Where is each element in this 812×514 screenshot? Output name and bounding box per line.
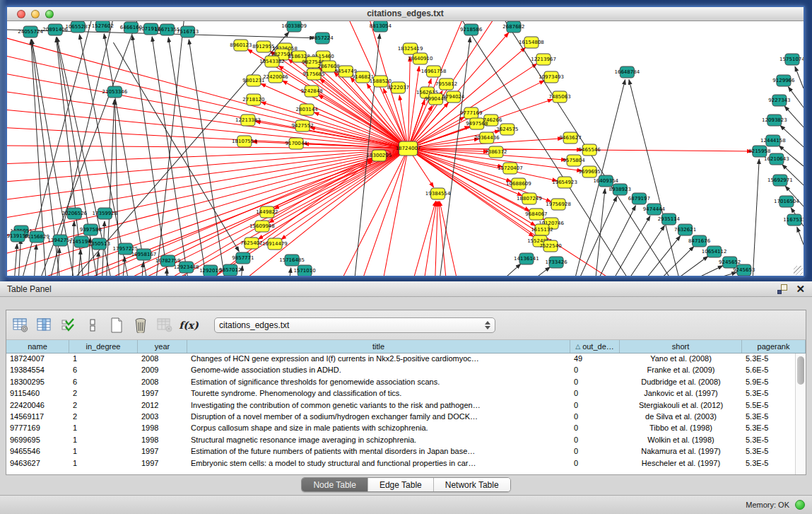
network-canvas[interactable]: 1872400718300295193845548960123891295518…: [7, 21, 804, 276]
table-row[interactable]: 946362711997Embryonic stem cells: a mode…: [6, 458, 806, 469]
graph-edge[interactable]: [14, 244, 17, 276]
graph-edge[interactable]: [382, 148, 408, 276]
graph-edge[interactable]: [34, 245, 36, 276]
table-row[interactable]: 1830029562008Estimation of significance …: [6, 377, 806, 388]
import-table-icon: [155, 315, 175, 336]
network-view-window[interactable]: citations_edges.txt 18724007183002951938…: [6, 6, 805, 277]
table-vertical-scrollbar[interactable]: [795, 354, 806, 474]
graph-edge[interactable]: [18, 239, 20, 276]
table-row[interactable]: 2242004622012Investigating the contribut…: [6, 400, 806, 411]
graph-node-label: 22420046: [263, 74, 288, 80]
graph-edge[interactable]: [500, 264, 521, 276]
graph-edge[interactable]: [629, 80, 681, 276]
table-row[interactable]: 1938455462009Genome-wide association stu…: [6, 365, 806, 376]
graph-node-label: 2687682: [502, 24, 524, 30]
graph-edge[interactable]: [626, 226, 664, 276]
graph-edge[interactable]: [78, 158, 372, 276]
table-cell: 0: [570, 377, 620, 388]
memory-status-indicator[interactable]: [795, 500, 805, 510]
graph-edge[interactable]: [435, 201, 438, 276]
graph-node-label: 9227343: [768, 98, 790, 103]
graph-node-label: 14136141: [514, 256, 539, 262]
graph-edge[interactable]: [797, 227, 804, 245]
graph-node-label: 18724007: [396, 146, 421, 151]
graph-edge[interactable]: [7, 35, 408, 148]
graph-edge[interactable]: [529, 267, 550, 276]
graph-node-label: 9175685: [303, 71, 325, 77]
graph-edge[interactable]: [72, 221, 74, 276]
column-header-short[interactable]: short: [620, 340, 742, 353]
graph-edge[interactable]: [595, 189, 605, 276]
graph-node-label: 12923448: [174, 264, 199, 270]
graph-node-label: 9397588: [80, 227, 102, 233]
column-header-year[interactable]: year: [138, 340, 187, 353]
graph-edge[interactable]: [788, 87, 804, 107]
graph-edge[interactable]: [289, 268, 291, 276]
graph-node-label: 18325419: [398, 46, 423, 52]
graph-edge[interactable]: [7, 109, 408, 148]
graph-edge[interactable]: [152, 37, 189, 276]
graph-edge[interactable]: [795, 66, 804, 88]
table-body[interactable]: 1872400712008Changes of HCN gene express…: [6, 354, 806, 474]
table-cell: Dudbridge et al. (2008): [620, 377, 742, 388]
graph-node-label: 16961758: [421, 69, 447, 74]
function-builder-icon[interactable]: f(x): [179, 315, 199, 336]
select-columns-icon[interactable]: [35, 315, 54, 336]
tab-node-table[interactable]: Node Table: [302, 478, 368, 491]
graph-edge[interactable]: [96, 252, 98, 276]
graph-node-label: 8471676: [688, 238, 711, 244]
table-row[interactable]: 1872400712008Changes of HCN gene express…: [6, 354, 806, 365]
table-row[interactable]: 1456911722003Disruption of a novel membe…: [6, 411, 806, 423]
column-header-pagerank[interactable]: pagerank: [742, 340, 806, 353]
column-header-title[interactable]: title: [187, 340, 570, 353]
table-row[interactable]: 969969511998Structural magnetic resonanc…: [6, 435, 806, 446]
graph-node-label: 15609948: [249, 223, 275, 229]
graph-node-label: 1571010: [294, 268, 316, 274]
graph-edge[interactable]: [642, 236, 680, 276]
graph-edge[interactable]: [780, 125, 804, 147]
graph-node-label: 16154808: [519, 40, 544, 45]
table-cell: Hescheler et al. (1997): [620, 458, 742, 469]
table-cell: 0: [570, 365, 620, 376]
float-panel-icon[interactable]: [777, 284, 787, 294]
table-panel-body: f(x) citations_edges.txt namein_degreeye…: [0, 297, 812, 495]
graph-edge[interactable]: [753, 159, 759, 276]
merge-rows-icon[interactable]: [83, 315, 102, 336]
graph-edge[interactable]: [424, 201, 437, 276]
close-panel-icon[interactable]: ✕: [796, 284, 805, 294]
graph-edge[interactable]: [672, 257, 708, 276]
table-settings-icon[interactable]: [11, 315, 30, 336]
column-header-name[interactable]: name: [6, 340, 69, 353]
new-table-icon[interactable]: [107, 315, 126, 336]
graph-edge[interactable]: [784, 106, 804, 127]
table-header[interactable]: namein_degreeyeartitle△out_de…shortpager…: [6, 340, 806, 354]
graph-edge[interactable]: [657, 247, 693, 276]
graph-node-label: 7522540: [539, 243, 561, 249]
graph-node-label: 16914479: [262, 241, 288, 247]
select-rows-icon[interactable]: [59, 315, 78, 336]
table-cell: 1997: [138, 388, 187, 399]
scrollbar-thumb[interactable]: [797, 356, 804, 385]
table-row[interactable]: 911546021997Tourette syndrome. Phenomeno…: [6, 388, 806, 399]
graph-edge[interactable]: [7, 148, 408, 238]
delete-table-icon[interactable]: [131, 315, 151, 336]
graph-node-label: 16409354: [593, 178, 618, 184]
table-row[interactable]: 946554611997Estimation of the future num…: [6, 446, 806, 457]
tab-network-table[interactable]: Network Table: [434, 478, 510, 491]
table-panel-header: Table Panel ✕: [0, 281, 812, 297]
window-titlebar[interactable]: citations_edges.txt: [7, 7, 804, 21]
graph-edge[interactable]: [702, 272, 737, 276]
graph-edge[interactable]: [413, 201, 436, 276]
table-cell: 9777169: [6, 423, 69, 434]
network-selector[interactable]: citations_edges.txt: [214, 317, 495, 333]
table-row[interactable]: 977716911998Corpus callosum shape and si…: [6, 423, 806, 434]
column-header-out_de[interactable]: △out_de…: [570, 340, 620, 353]
column-header-in_degree[interactable]: in_degree: [69, 340, 138, 353]
table-cell: Changes of HCN gene expression and I(f) …: [187, 354, 570, 365]
table-type-tabs[interactable]: Node TableEdge TableNetwork Table: [301, 477, 510, 492]
network-selector-value: citations_edges.txt: [219, 320, 289, 330]
tab-edge-table[interactable]: Edge Table: [368, 478, 434, 491]
table-cell: 2: [69, 400, 138, 411]
graph-edge[interactable]: [611, 216, 650, 276]
window-resize-grip[interactable]: [794, 266, 803, 275]
